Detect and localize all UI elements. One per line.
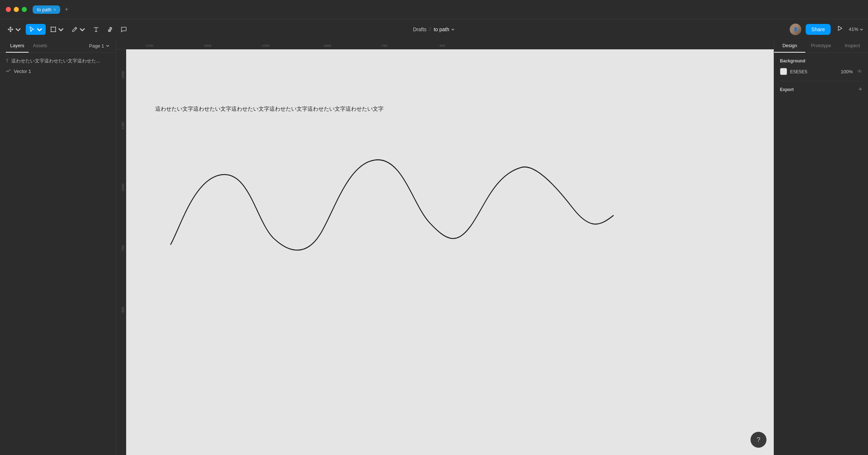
visibility-toggle-icon[interactable]: 👁 xyxy=(857,69,862,74)
ruler-mark: -750 xyxy=(381,44,387,48)
new-tab-btn[interactable]: + xyxy=(62,6,71,13)
maximize-window-btn[interactable] xyxy=(22,7,27,12)
comment-tool-btn[interactable] xyxy=(117,24,130,35)
text-layer-icon: T xyxy=(6,58,8,63)
chevron-down-icon xyxy=(58,26,64,33)
tab-design[interactable]: Design xyxy=(774,39,805,53)
titlebar: to path × + xyxy=(0,0,868,19)
play-button[interactable] xyxy=(835,24,844,35)
ruler-mark: -1500 xyxy=(121,71,125,79)
ruler-mark: -500 xyxy=(121,307,125,313)
breadcrumb-current[interactable]: to path xyxy=(434,26,455,32)
chevron-down-icon xyxy=(36,26,43,33)
ruler-mark: -1000 xyxy=(323,44,331,48)
window-controls xyxy=(6,7,27,12)
hand-tool-btn[interactable] xyxy=(104,24,116,35)
chevron-down-icon xyxy=(451,27,455,32)
breadcrumb-parent[interactable]: Drafts xyxy=(413,26,426,32)
background-section-label: Background xyxy=(780,58,862,63)
main-area: Layers Assets Page 1 T 這わせたい文字這わせたい文字這わせ… xyxy=(0,39,868,455)
divider xyxy=(780,81,862,81)
cursor-icon xyxy=(29,26,35,33)
zoom-value: 41% xyxy=(849,26,858,32)
canvas-area[interactable]: -1750 -1500 -1250 -1000 -750 -500 -1500 … xyxy=(116,39,774,455)
ruler-mark: -1250 xyxy=(121,122,125,130)
ruler-mark: -1750 xyxy=(145,44,153,48)
canvas-vector-path xyxy=(126,49,774,455)
minimize-window-btn[interactable] xyxy=(14,7,19,12)
ruler-mark: -1250 xyxy=(261,44,269,48)
right-panel: Design Prototype Inspect Background E5E5… xyxy=(774,39,868,455)
play-icon xyxy=(836,25,843,32)
layers-list: T 這わせたい文字這わせたい文字這わせた... Vector 1 xyxy=(0,53,116,455)
right-panel-tabs: Design Prototype Inspect xyxy=(774,39,868,53)
tab-layers[interactable]: Layers xyxy=(6,39,29,53)
left-panel: Layers Assets Page 1 T 這わせたい文字這わせたい文字這わせ… xyxy=(0,39,116,455)
breadcrumb: Drafts / to path xyxy=(413,26,455,32)
vector-layer-icon xyxy=(6,69,11,74)
chevron-down-icon xyxy=(859,27,864,32)
pen-icon xyxy=(71,26,78,33)
tab-to-path[interactable]: to path × xyxy=(33,5,60,14)
frame-icon xyxy=(50,26,57,33)
toolbar-right: 👤 Share 41% xyxy=(790,24,864,35)
toolbar-tools xyxy=(4,24,790,35)
layer-vector-label: Vector 1 xyxy=(14,69,31,74)
breadcrumb-separator: / xyxy=(429,26,431,32)
ruler-mark: -1000 xyxy=(121,184,125,192)
avatar: 👤 xyxy=(790,24,801,35)
page-label: Page 1 xyxy=(89,43,104,49)
zoom-display[interactable]: 41% xyxy=(849,26,864,32)
text-icon xyxy=(93,26,99,33)
chevron-down-icon xyxy=(79,26,86,33)
tab-prototype[interactable]: Prototype xyxy=(805,39,836,52)
toolbar: Drafts / to path 👤 Share 41% xyxy=(0,19,868,39)
layer-text-label: 這わせたい文字這わせたい文字這わせた... xyxy=(11,58,100,64)
tab-assets[interactable]: Assets xyxy=(29,39,51,53)
help-button[interactable]: ? xyxy=(751,432,766,448)
ruler-mark: -500 xyxy=(439,44,445,48)
export-add-btn[interactable]: + xyxy=(858,86,862,93)
ruler-vertical: -1500 -1250 -1000 -750 -500 xyxy=(116,49,126,455)
comment-icon xyxy=(120,26,127,33)
list-item[interactable]: T 這わせたい文字這わせたい文字這わせた... xyxy=(0,56,116,66)
background-color-row: E5E5E5 100% 👁 xyxy=(780,68,862,75)
ruler-mark: -1500 xyxy=(203,44,211,48)
tab-close-icon[interactable]: × xyxy=(54,7,56,12)
ruler-horizontal: -1750 -1500 -1250 -1000 -750 -500 xyxy=(116,39,774,49)
background-color-hex[interactable]: E5E5E5 xyxy=(790,69,835,74)
svg-rect-0 xyxy=(51,27,55,32)
hand-icon xyxy=(107,26,113,33)
chevron-down-icon xyxy=(15,26,21,33)
move-icon xyxy=(7,26,14,33)
tab-label: to path xyxy=(37,7,51,12)
share-button[interactable]: Share xyxy=(806,24,831,35)
chevron-down-icon xyxy=(106,44,110,48)
ruler-mark: -750 xyxy=(121,245,125,252)
frame-tool-btn[interactable] xyxy=(47,24,67,35)
close-window-btn[interactable] xyxy=(6,7,11,12)
export-row: Export + xyxy=(780,86,862,93)
background-color-swatch[interactable] xyxy=(780,68,787,75)
tab-inspect[interactable]: Inspect xyxy=(837,39,868,52)
pen-tool-btn[interactable] xyxy=(69,24,88,35)
list-item[interactable]: Vector 1 xyxy=(0,66,116,76)
canvas-content[interactable]: 這わせたい文字這わせたい文字這わせたい文字這わせたい文字這わせたい文字這わせたい… xyxy=(126,49,774,455)
background-opacity[interactable]: 100% xyxy=(838,69,853,74)
select-tool-btn[interactable] xyxy=(26,24,46,35)
page-selector[interactable]: Page 1 xyxy=(89,43,110,49)
panel-tabs: Layers Assets Page 1 xyxy=(0,39,116,53)
move-tool-btn[interactable] xyxy=(4,24,24,35)
export-section-label: Export xyxy=(780,87,794,92)
right-panel-content: Background E5E5E5 100% 👁 Export + xyxy=(774,53,868,455)
text-tool-btn[interactable] xyxy=(90,24,102,35)
